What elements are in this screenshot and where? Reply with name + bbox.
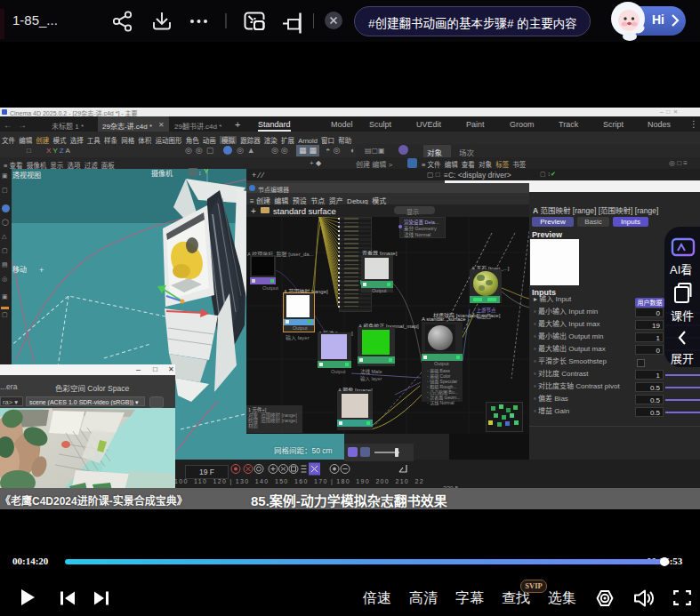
svg-text:Y: Y [204,167,209,175]
svg-text:摄像机: 摄像机 [151,169,173,178]
svg-text:↕: ↕ [198,170,202,176]
svg-text:移动: 移动 [12,265,27,274]
svg-text:+: + [39,266,44,275]
svg-text:透视视图: 透视视图 [12,171,41,180]
